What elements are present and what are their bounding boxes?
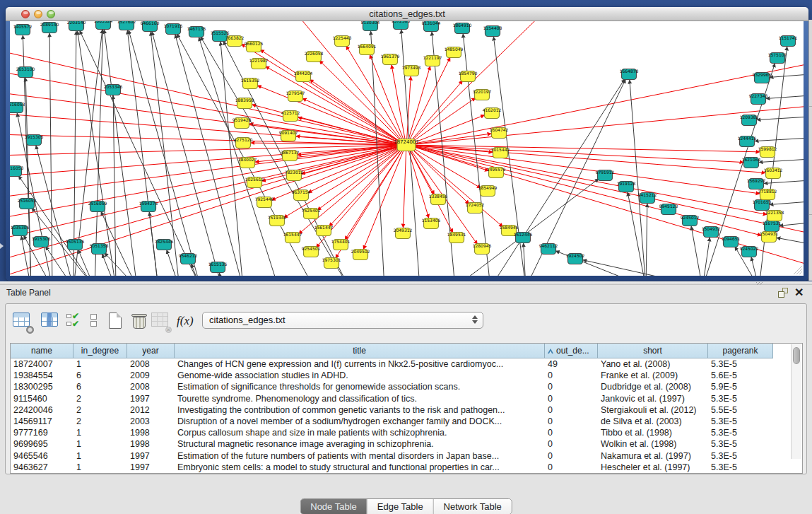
graph-node[interactable]: 1225443 (333, 35, 352, 47)
graph-node[interactable]: 1094651 (722, 236, 741, 247)
graph-node[interactable]: 9329966 (753, 72, 772, 83)
column-header-short[interactable]: short (598, 344, 708, 358)
graph-node[interactable]: 7663822 (225, 35, 245, 47)
graph-node[interactable]: 9637154 (292, 189, 311, 201)
graph-node[interactable]: 2516059 (88, 201, 107, 212)
graph-node[interactable]: 4162012 (483, 107, 502, 119)
table-row[interactable]: 1938455462009Genome-wide association stu… (11, 370, 773, 381)
close-panel-icon[interactable]: ✕ (794, 286, 804, 299)
graph-node[interactable]: 2516053 (18, 198, 37, 209)
graph-edge[interactable] (755, 138, 804, 141)
graph-edge[interactable] (10, 146, 401, 239)
table-row[interactable]: 1872400712008Changes of HCN gene express… (11, 358, 773, 370)
graph-edge[interactable] (408, 149, 428, 218)
graph-node[interactable]: 5051358 (90, 243, 109, 255)
graph-node[interactable]: 1924502 (566, 253, 585, 264)
graph-node[interactable]: 9546212 (179, 253, 198, 264)
graph-node[interactable]: 1221987 (249, 58, 269, 69)
graph-node[interactable]: 2203140 (67, 21, 86, 31)
graph-edge[interactable] (102, 254, 114, 276)
graph-node[interactable]: 9462112 (539, 243, 558, 255)
scrollbar-thumb[interactable] (793, 347, 800, 364)
graph-edge[interactable] (412, 145, 743, 162)
graph-node[interactable]: 1603412 (764, 168, 783, 179)
graph-node[interactable]: 1504932 (702, 226, 721, 238)
graph-node[interactable]: 1221197 (423, 55, 442, 66)
graph-edge[interactable] (412, 145, 760, 152)
graph-node[interactable]: 1025612 (245, 177, 264, 188)
graph-node[interactable]: 1615447 (283, 232, 302, 243)
graph-node[interactable]: 6466160 (141, 21, 160, 32)
graph-node[interactable]: 2616053 (10, 102, 25, 113)
new-file-icon[interactable] (109, 313, 127, 331)
table-row[interactable]: 1456911722003Disruption of a novel membe… (11, 416, 773, 427)
graph-edge[interactable] (10, 146, 401, 218)
network-canvas[interactable]: 1405572208914022031401065324152760264661… (10, 21, 804, 276)
graph-node[interactable]: 3220197 (473, 89, 492, 100)
tab-node-table[interactable]: Node Table (300, 499, 367, 514)
table-selector-dropdown[interactable]: citations_edges.txt (202, 312, 483, 329)
graph-node[interactable]: 1071915 (164, 23, 183, 35)
graph-node[interactable]: 9227343 (749, 93, 768, 105)
graph-edge[interactable] (219, 273, 220, 276)
graph-node[interactable]: 1615352 (241, 78, 260, 89)
graph-node[interactable]: 1612445 (514, 232, 533, 243)
graph-edge[interactable] (411, 98, 476, 142)
table-row[interactable]: 2242004622012Investigating the contribut… (11, 404, 773, 416)
graph-edge[interactable] (751, 257, 758, 276)
citation-network-graph[interactable]: 1405572208914022031401065324152760264661… (10, 21, 804, 276)
function-builder-icon[interactable]: f(x) (177, 314, 195, 332)
graph-node[interactable]: 9505135 (66, 239, 85, 250)
column-header-year[interactable]: year (127, 344, 175, 358)
graph-edge[interactable] (408, 66, 430, 141)
tab-edge-table[interactable]: Edge Table (367, 499, 433, 514)
graph-node[interactable]: 9254501 (302, 246, 321, 257)
graph-node[interactable]: 1495579 (487, 167, 506, 178)
graph-node[interactable]: 1485049 (445, 47, 464, 58)
network-view-window[interactable]: citations_edges.txt 14055722089140220314… (6, 7, 808, 281)
graph-node[interactable]: 1975301 (322, 257, 341, 269)
graph-edge[interactable] (105, 253, 133, 276)
graph-node[interactable]: 1973493 (402, 65, 421, 76)
graph-node[interactable]: 1754401 (331, 239, 351, 250)
graph-edge[interactable] (410, 81, 462, 142)
graph-edge[interactable] (409, 148, 434, 194)
graph-node[interactable]: 1221358 (765, 210, 784, 221)
graph-node[interactable]: 2089140 (40, 22, 59, 33)
graph-edge[interactable] (777, 238, 804, 243)
stacked-rows-icon[interactable] (89, 313, 107, 331)
graph-node[interactable]: 1599812 (758, 146, 777, 158)
graph-node[interactable]: 1844204 (294, 71, 313, 82)
column-header-title[interactable]: title (175, 344, 545, 358)
table-row[interactable]: 946554611997Estimation of the future num… (11, 450, 773, 462)
table-row[interactable]: 1830029562008Estimation of significance … (11, 381, 773, 392)
graph-edge[interactable] (703, 238, 710, 276)
graph-node[interactable]: 1701653 (753, 199, 772, 211)
graph-node[interactable]: 1405572 (13, 24, 33, 35)
graph-node[interactable]: 2053346 (104, 84, 123, 95)
graph-node[interactable]: 1035305 (11, 225, 30, 236)
graph-edge[interactable] (757, 117, 804, 119)
graph-edge[interactable] (411, 21, 541, 142)
graph-node[interactable]: 4125712 (281, 110, 300, 122)
graph-edge[interactable] (412, 146, 760, 194)
graph-node[interactable]: 3915305 (25, 134, 44, 146)
sidebar-collapse-arrow-icon[interactable] (0, 243, 4, 249)
graph-node[interactable]: 3915306 (32, 236, 51, 247)
graph-node[interactable]: 2226058 (305, 51, 324, 62)
graph-node[interactable]: 9572383 (392, 21, 411, 30)
graph-node[interactable]: 6791912 (596, 170, 615, 181)
graph-node[interactable]: 1154408 (483, 25, 502, 37)
graph-node[interactable]: 1279547 (286, 90, 305, 102)
graph-node[interactable]: 1153405 (422, 218, 441, 229)
delete-icon[interactable] (131, 313, 150, 331)
graph-node[interactable]: 1561447 (314, 225, 334, 236)
graph-node[interactable]: 1209382 (740, 115, 759, 126)
window-titlebar[interactable]: citations_edges.txt (6, 7, 808, 21)
graph-node[interactable]: 7519340 (268, 215, 287, 226)
graph-node[interactable]: 4275120 (234, 137, 253, 148)
graph-node[interactable]: 2049312 (394, 228, 413, 239)
graph-edge[interactable] (770, 201, 804, 204)
graph-node[interactable]: 1280945 (473, 243, 492, 255)
graph-node[interactable]: 8130304 (361, 21, 380, 31)
